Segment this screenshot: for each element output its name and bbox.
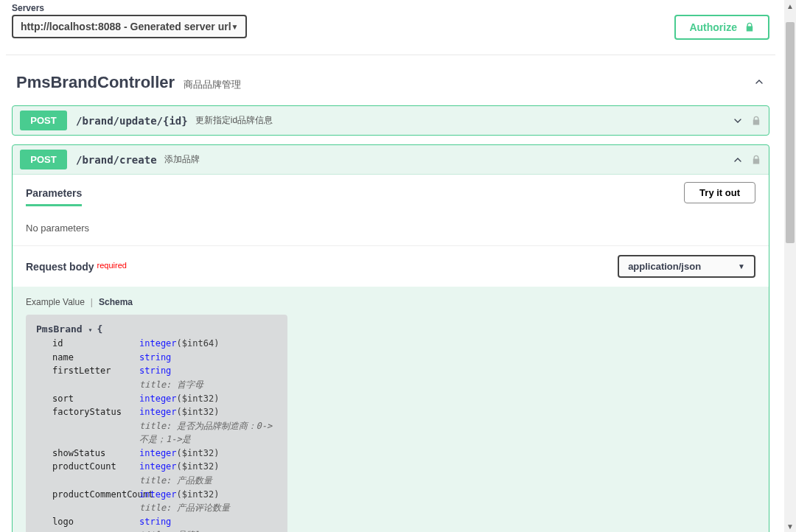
operation-path: /brand/create <box>76 154 157 166</box>
scroll-down-arrow[interactable]: ▼ <box>784 520 796 532</box>
tab-schema[interactable]: Schema <box>99 297 133 307</box>
tab-example-value[interactable]: Example Value <box>26 297 85 307</box>
schema-field-title: title: 产品评论数量 <box>36 501 277 515</box>
scrollbar-thumb[interactable] <box>786 22 795 243</box>
operation-description: 更新指定id品牌信息 <box>195 114 732 127</box>
schema-field: sortinteger($int32) <box>36 392 277 406</box>
scrollbar[interactable]: ▲ ▼ <box>784 0 796 532</box>
schema-collapse-toggle[interactable]: ▾ <box>88 326 97 334</box>
chevron-down-icon: ▼ <box>231 23 239 31</box>
no-parameters-text: No parameters <box>13 211 769 245</box>
server-select-value: http://localhost:8088 - Generated server… <box>21 21 231 32</box>
authorize-label: Authorize <box>689 21 737 33</box>
tag-description: 商品品牌管理 <box>184 78 241 91</box>
lock-icon <box>751 116 761 126</box>
schema-field-title: title: 品牌logo <box>36 528 277 532</box>
schema-field-title: title: 是否为品牌制造商：0->不是；1->是 <box>36 419 277 447</box>
operation-brand-update: POST /brand/update/{id} 更新指定id品牌信息 <box>12 105 769 136</box>
tag-header[interactable]: PmsBrandController 商品品牌管理 <box>12 63 769 105</box>
tab-separator: | <box>91 297 93 307</box>
schema-field: firstLetterstring <box>36 364 277 378</box>
operation-brand-create: POST /brand/create 添加品牌 Parameters Try i… <box>12 144 769 532</box>
schema-field: productCountinteger($int32) <box>36 460 277 474</box>
server-select[interactable]: http://localhost:8088 - Generated server… <box>12 15 247 38</box>
chevron-up-icon <box>732 154 744 166</box>
schema-field: showStatusinteger($int32) <box>36 447 277 461</box>
operation-path: /brand/update/{id} <box>76 115 188 127</box>
operation-summary[interactable]: POST /brand/create 添加品牌 <box>13 145 769 174</box>
lock-icon <box>744 22 755 32</box>
request-body-label: Request body <box>26 261 94 273</box>
schema-field: namestring <box>36 351 277 365</box>
chevron-down-icon: ▼ <box>738 262 745 270</box>
schema-field: productCommentCountinteger($int32) <box>36 488 277 502</box>
schema-model-name: PmsBrand <box>36 323 83 335</box>
content-type-select[interactable]: application/json ▼ <box>618 255 755 278</box>
chevron-up-icon <box>753 76 765 88</box>
schema-field: factoryStatusinteger($int32) <box>36 405 277 419</box>
servers-label: Servers <box>12 3 775 13</box>
chevron-down-icon <box>732 115 744 127</box>
tag-name: PmsBrandController <box>16 73 175 92</box>
method-badge: POST <box>20 150 67 169</box>
schema-field: idinteger($int64) <box>36 337 277 351</box>
method-badge: POST <box>20 111 67 130</box>
scroll-up-arrow[interactable]: ▲ <box>784 0 796 12</box>
try-it-out-button[interactable]: Try it out <box>684 182 755 203</box>
operation-description: 添加品牌 <box>164 153 732 166</box>
lock-icon <box>751 155 761 165</box>
schema-field-title: title: 产品数量 <box>36 474 277 488</box>
parameters-heading: Parameters <box>26 187 82 199</box>
content-type-value: application/json <box>628 261 701 272</box>
schema-field: logostring <box>36 515 277 529</box>
required-badge: required <box>97 261 127 270</box>
schema-panel: PmsBrand ▾ { idinteger($int64)namestring… <box>26 315 287 532</box>
authorize-button[interactable]: Authorize <box>674 15 769 40</box>
schema-field-title: title: 首字母 <box>36 378 277 392</box>
operation-summary[interactable]: POST /brand/update/{id} 更新指定id品牌信息 <box>13 106 769 135</box>
